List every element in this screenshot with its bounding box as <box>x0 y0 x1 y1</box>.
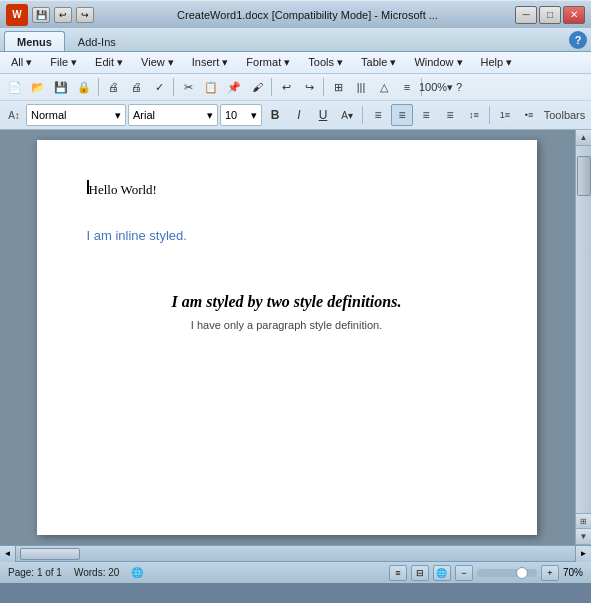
menu-bar: All ▾ File ▾ Edit ▾ View ▾ Insert ▾ Form… <box>0 52 591 74</box>
tab-addins[interactable]: Add-Ins <box>65 31 129 51</box>
menu-tools[interactable]: Tools ▾ <box>299 53 352 72</box>
view-web-button[interactable]: 🌐 <box>433 565 451 581</box>
separator3 <box>271 78 272 96</box>
style-arrow: ▾ <box>115 109 121 122</box>
line-spacing-button[interactable]: ↕≡ <box>463 104 485 126</box>
h-scroll-track[interactable] <box>16 546 575 561</box>
document-scroll-area[interactable]: Hello World! I am inline styled. I am st… <box>0 130 575 545</box>
columns-button[interactable]: ||| <box>350 76 372 98</box>
doc-line1: Hello World! <box>87 180 487 198</box>
quick-access-toolbar: 💾 ↩ ↪ <box>32 7 94 23</box>
toolbar-row1: 📄 📂 💾 🔒 🖨 🖨 ✓ ✂ 📋 📌 🖌 ↩ ↪ ⊞ ||| △ ≡ 100%… <box>0 74 591 101</box>
underline-button[interactable]: U <box>312 104 334 126</box>
justify-button[interactable]: ≡ <box>439 104 461 126</box>
horizontal-scrollbar: ◄ ► <box>0 545 591 561</box>
numbering-button[interactable]: 1≡ <box>494 104 516 126</box>
permissions-button[interactable]: 🔒 <box>73 76 95 98</box>
window-controls: ─ □ ✕ <box>515 6 585 24</box>
zoom-out-button[interactable]: − <box>455 565 473 581</box>
menu-file[interactable]: File ▾ <box>41 53 86 72</box>
word-count: Words: 20 <box>74 567 119 578</box>
italic-button[interactable]: I <box>288 104 310 126</box>
style-value: Normal <box>31 109 66 121</box>
page-info: Page: 1 of 1 <box>8 567 62 578</box>
toolbar-row2: A↕ Normal ▾ Arial ▾ 10 ▾ B I U A▾ ≡ ≡ ≡ … <box>0 101 591 129</box>
status-info: Page: 1 of 1 Words: 20 🌐 <box>8 567 143 578</box>
language-icon: 🌐 <box>131 567 143 578</box>
doc-line3: I am styled by two style definitions. <box>87 293 487 311</box>
table-button[interactable]: ⊞ <box>327 76 349 98</box>
menu-edit[interactable]: Edit ▾ <box>86 53 132 72</box>
cut-button[interactable]: ✂ <box>177 76 199 98</box>
menu-all[interactable]: All ▾ <box>2 53 41 72</box>
close-button[interactable]: ✕ <box>563 6 585 24</box>
title-bar: W 💾 ↩ ↪ CreateWord1.docx [Compatibility … <box>0 0 591 28</box>
align-right-button[interactable]: ≡ <box>415 104 437 126</box>
save-quick-btn[interactable]: 💾 <box>32 7 50 23</box>
menu-help[interactable]: Help ▾ <box>472 53 522 72</box>
font-color-button[interactable]: A▾ <box>336 104 358 126</box>
status-bar: Page: 1 of 1 Words: 20 🌐 ≡ ⊟ 🌐 − + 70% <box>0 561 591 583</box>
maximize-button[interactable]: □ <box>539 6 561 24</box>
app-logo: W <box>6 4 28 26</box>
redo-button[interactable]: ↪ <box>298 76 320 98</box>
toolbar-area: 📄 📂 💾 🔒 🖨 🖨 ✓ ✂ 📋 📌 🖌 ↩ ↪ ⊞ ||| △ ≡ 100%… <box>0 74 591 130</box>
view-normal-button[interactable]: ≡ <box>389 565 407 581</box>
menu-table[interactable]: Table ▾ <box>352 53 405 72</box>
doc-line2: I am inline styled. <box>87 228 487 243</box>
save-button[interactable]: 💾 <box>50 76 72 98</box>
style-selector[interactable]: Normal ▾ <box>26 104 126 126</box>
vertical-scrollbar[interactable]: ▲ ⊞ ▼ <box>575 130 591 545</box>
window-title: CreateWord1.docx [Compatibility Mode] - … <box>100 9 515 21</box>
new-button[interactable]: 📄 <box>4 76 26 98</box>
bold-button[interactable]: B <box>264 104 286 126</box>
paste-button[interactable]: 📌 <box>223 76 245 98</box>
open-button[interactable]: 📂 <box>27 76 49 98</box>
bullets-button[interactable]: •≡ <box>518 104 540 126</box>
copy-button[interactable]: 📋 <box>200 76 222 98</box>
align-left-button[interactable]: ≡ <box>367 104 389 126</box>
scroll-thumb[interactable] <box>577 156 591 196</box>
minimize-button[interactable]: ─ <box>515 6 537 24</box>
font-selector[interactable]: Arial ▾ <box>128 104 218 126</box>
align-center-button[interactable]: ≡ <box>391 104 413 126</box>
help-icon[interactable]: ? <box>569 31 587 49</box>
scroll-left-button[interactable]: ◄ <box>0 546 16 562</box>
formatpaint-button[interactable]: 🖌 <box>246 76 268 98</box>
separator7 <box>489 106 490 124</box>
scroll-track[interactable] <box>576 146 592 513</box>
undo-button[interactable]: ↩ <box>275 76 297 98</box>
menu-format[interactable]: Format ▾ <box>237 53 299 72</box>
menu-window[interactable]: Window ▾ <box>405 53 471 72</box>
redo-quick-btn[interactable]: ↪ <box>76 7 94 23</box>
toolbars-label: Toolbars <box>542 109 587 121</box>
zoom-slider-handle[interactable] <box>516 567 528 579</box>
font-size-selector[interactable]: 10 ▾ <box>220 104 262 126</box>
styles-icon: A↕ <box>4 105 24 125</box>
tab-menus[interactable]: Menus <box>4 31 65 51</box>
print-button[interactable]: 🖨 <box>125 76 147 98</box>
spellcheck-button[interactable]: ✓ <box>148 76 170 98</box>
help-toolbar-btn[interactable]: ? <box>448 76 470 98</box>
docmap-button[interactable]: ≡ <box>396 76 418 98</box>
document-page[interactable]: Hello World! I am inline styled. I am st… <box>37 140 537 535</box>
separator6 <box>362 106 363 124</box>
scroll-split-button[interactable]: ⊞ <box>576 513 592 529</box>
zoom-dropdown[interactable]: 100%▾ <box>425 76 447 98</box>
zoom-slider[interactable] <box>477 569 537 577</box>
menu-view[interactable]: View ▾ <box>132 53 183 72</box>
zoom-area: − + 70% <box>455 565 583 581</box>
view-layout-button[interactable]: ⊟ <box>411 565 429 581</box>
zoom-in-button[interactable]: + <box>541 565 559 581</box>
menu-insert[interactable]: Insert ▾ <box>183 53 238 72</box>
scroll-right-button[interactable]: ► <box>575 546 591 562</box>
undo-quick-btn[interactable]: ↩ <box>54 7 72 23</box>
scroll-up-button[interactable]: ▲ <box>576 130 592 146</box>
separator2 <box>173 78 174 96</box>
print-preview-button[interactable]: 🖨 <box>102 76 124 98</box>
h-scroll-thumb[interactable] <box>20 548 80 560</box>
scroll-down-button[interactable]: ▼ <box>576 529 592 545</box>
ribbon-tabs: Menus Add-Ins ? <box>0 28 591 52</box>
doc-line4: I have only a paragraph style definition… <box>87 319 487 331</box>
drawing-button[interactable]: △ <box>373 76 395 98</box>
